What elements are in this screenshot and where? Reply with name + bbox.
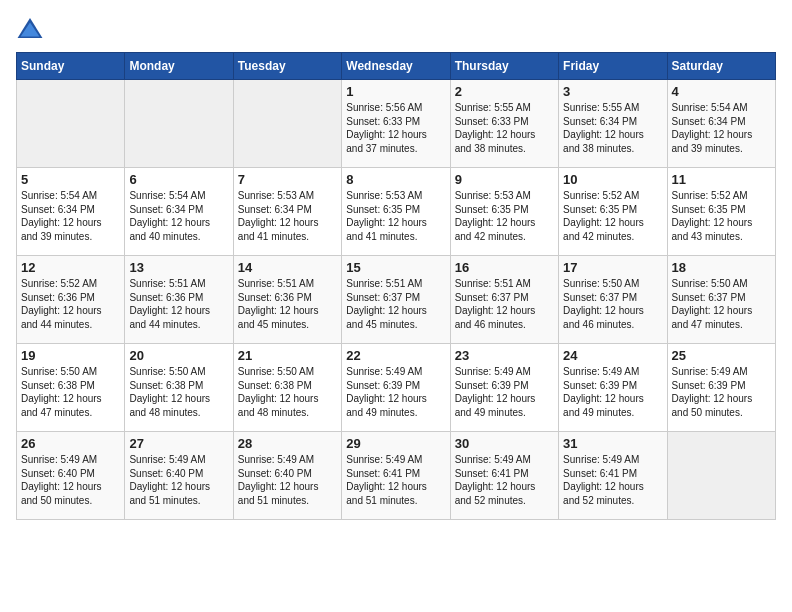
calendar-table: SundayMondayTuesdayWednesdayThursdayFrid… xyxy=(16,52,776,520)
calendar-cell: 18Sunrise: 5:50 AM Sunset: 6:37 PM Dayli… xyxy=(667,256,775,344)
day-number: 16 xyxy=(455,260,554,275)
day-number: 7 xyxy=(238,172,337,187)
day-info: Sunrise: 5:55 AM Sunset: 6:34 PM Dayligh… xyxy=(563,101,662,155)
calendar-week-row: 26Sunrise: 5:49 AM Sunset: 6:40 PM Dayli… xyxy=(17,432,776,520)
day-number: 4 xyxy=(672,84,771,99)
calendar-cell: 7Sunrise: 5:53 AM Sunset: 6:34 PM Daylig… xyxy=(233,168,341,256)
day-info: Sunrise: 5:49 AM Sunset: 6:40 PM Dayligh… xyxy=(21,453,120,507)
calendar-cell xyxy=(17,80,125,168)
calendar-cell: 11Sunrise: 5:52 AM Sunset: 6:35 PM Dayli… xyxy=(667,168,775,256)
day-number: 24 xyxy=(563,348,662,363)
day-info: Sunrise: 5:52 AM Sunset: 6:36 PM Dayligh… xyxy=(21,277,120,331)
day-number: 3 xyxy=(563,84,662,99)
day-number: 22 xyxy=(346,348,445,363)
day-info: Sunrise: 5:54 AM Sunset: 6:34 PM Dayligh… xyxy=(672,101,771,155)
day-info: Sunrise: 5:49 AM Sunset: 6:39 PM Dayligh… xyxy=(455,365,554,419)
header-thursday: Thursday xyxy=(450,53,558,80)
day-number: 26 xyxy=(21,436,120,451)
day-info: Sunrise: 5:49 AM Sunset: 6:40 PM Dayligh… xyxy=(238,453,337,507)
logo-icon xyxy=(16,16,44,40)
day-number: 13 xyxy=(129,260,228,275)
day-number: 31 xyxy=(563,436,662,451)
calendar-cell: 23Sunrise: 5:49 AM Sunset: 6:39 PM Dayli… xyxy=(450,344,558,432)
day-info: Sunrise: 5:49 AM Sunset: 6:40 PM Dayligh… xyxy=(129,453,228,507)
day-info: Sunrise: 5:49 AM Sunset: 6:41 PM Dayligh… xyxy=(563,453,662,507)
day-info: Sunrise: 5:53 AM Sunset: 6:35 PM Dayligh… xyxy=(455,189,554,243)
calendar-cell: 5Sunrise: 5:54 AM Sunset: 6:34 PM Daylig… xyxy=(17,168,125,256)
calendar-cell: 9Sunrise: 5:53 AM Sunset: 6:35 PM Daylig… xyxy=(450,168,558,256)
header-wednesday: Wednesday xyxy=(342,53,450,80)
day-info: Sunrise: 5:49 AM Sunset: 6:41 PM Dayligh… xyxy=(346,453,445,507)
day-number: 11 xyxy=(672,172,771,187)
header-sunday: Sunday xyxy=(17,53,125,80)
calendar-cell: 25Sunrise: 5:49 AM Sunset: 6:39 PM Dayli… xyxy=(667,344,775,432)
day-number: 10 xyxy=(563,172,662,187)
calendar-cell: 20Sunrise: 5:50 AM Sunset: 6:38 PM Dayli… xyxy=(125,344,233,432)
calendar-week-row: 12Sunrise: 5:52 AM Sunset: 6:36 PM Dayli… xyxy=(17,256,776,344)
day-info: Sunrise: 5:50 AM Sunset: 6:38 PM Dayligh… xyxy=(129,365,228,419)
day-info: Sunrise: 5:51 AM Sunset: 6:37 PM Dayligh… xyxy=(346,277,445,331)
page-header xyxy=(16,16,776,40)
day-number: 23 xyxy=(455,348,554,363)
day-info: Sunrise: 5:55 AM Sunset: 6:33 PM Dayligh… xyxy=(455,101,554,155)
day-number: 8 xyxy=(346,172,445,187)
calendar-week-row: 5Sunrise: 5:54 AM Sunset: 6:34 PM Daylig… xyxy=(17,168,776,256)
calendar-cell: 10Sunrise: 5:52 AM Sunset: 6:35 PM Dayli… xyxy=(559,168,667,256)
calendar-cell: 4Sunrise: 5:54 AM Sunset: 6:34 PM Daylig… xyxy=(667,80,775,168)
day-info: Sunrise: 5:51 AM Sunset: 6:36 PM Dayligh… xyxy=(238,277,337,331)
day-info: Sunrise: 5:50 AM Sunset: 6:38 PM Dayligh… xyxy=(238,365,337,419)
calendar-cell: 19Sunrise: 5:50 AM Sunset: 6:38 PM Dayli… xyxy=(17,344,125,432)
day-info: Sunrise: 5:53 AM Sunset: 6:35 PM Dayligh… xyxy=(346,189,445,243)
header-tuesday: Tuesday xyxy=(233,53,341,80)
day-info: Sunrise: 5:53 AM Sunset: 6:34 PM Dayligh… xyxy=(238,189,337,243)
day-info: Sunrise: 5:56 AM Sunset: 6:33 PM Dayligh… xyxy=(346,101,445,155)
day-number: 12 xyxy=(21,260,120,275)
calendar-cell: 12Sunrise: 5:52 AM Sunset: 6:36 PM Dayli… xyxy=(17,256,125,344)
calendar-week-row: 1Sunrise: 5:56 AM Sunset: 6:33 PM Daylig… xyxy=(17,80,776,168)
day-number: 25 xyxy=(672,348,771,363)
day-info: Sunrise: 5:52 AM Sunset: 6:35 PM Dayligh… xyxy=(672,189,771,243)
calendar-cell: 31Sunrise: 5:49 AM Sunset: 6:41 PM Dayli… xyxy=(559,432,667,520)
calendar-cell xyxy=(125,80,233,168)
calendar-cell xyxy=(667,432,775,520)
day-number: 15 xyxy=(346,260,445,275)
calendar-cell xyxy=(233,80,341,168)
calendar-cell: 14Sunrise: 5:51 AM Sunset: 6:36 PM Dayli… xyxy=(233,256,341,344)
calendar-cell: 8Sunrise: 5:53 AM Sunset: 6:35 PM Daylig… xyxy=(342,168,450,256)
calendar-cell: 13Sunrise: 5:51 AM Sunset: 6:36 PM Dayli… xyxy=(125,256,233,344)
day-number: 30 xyxy=(455,436,554,451)
calendar-cell: 1Sunrise: 5:56 AM Sunset: 6:33 PM Daylig… xyxy=(342,80,450,168)
day-number: 20 xyxy=(129,348,228,363)
calendar-cell: 26Sunrise: 5:49 AM Sunset: 6:40 PM Dayli… xyxy=(17,432,125,520)
calendar-cell: 21Sunrise: 5:50 AM Sunset: 6:38 PM Dayli… xyxy=(233,344,341,432)
logo xyxy=(16,16,48,40)
day-info: Sunrise: 5:51 AM Sunset: 6:36 PM Dayligh… xyxy=(129,277,228,331)
header-friday: Friday xyxy=(559,53,667,80)
day-number: 14 xyxy=(238,260,337,275)
day-info: Sunrise: 5:50 AM Sunset: 6:38 PM Dayligh… xyxy=(21,365,120,419)
day-info: Sunrise: 5:49 AM Sunset: 6:39 PM Dayligh… xyxy=(563,365,662,419)
day-info: Sunrise: 5:52 AM Sunset: 6:35 PM Dayligh… xyxy=(563,189,662,243)
calendar-cell: 22Sunrise: 5:49 AM Sunset: 6:39 PM Dayli… xyxy=(342,344,450,432)
calendar-cell: 6Sunrise: 5:54 AM Sunset: 6:34 PM Daylig… xyxy=(125,168,233,256)
day-info: Sunrise: 5:49 AM Sunset: 6:39 PM Dayligh… xyxy=(672,365,771,419)
day-number: 17 xyxy=(563,260,662,275)
calendar-cell: 28Sunrise: 5:49 AM Sunset: 6:40 PM Dayli… xyxy=(233,432,341,520)
day-number: 6 xyxy=(129,172,228,187)
calendar-cell: 29Sunrise: 5:49 AM Sunset: 6:41 PM Dayli… xyxy=(342,432,450,520)
day-number: 19 xyxy=(21,348,120,363)
header-saturday: Saturday xyxy=(667,53,775,80)
day-number: 1 xyxy=(346,84,445,99)
calendar-cell: 15Sunrise: 5:51 AM Sunset: 6:37 PM Dayli… xyxy=(342,256,450,344)
day-info: Sunrise: 5:51 AM Sunset: 6:37 PM Dayligh… xyxy=(455,277,554,331)
day-number: 9 xyxy=(455,172,554,187)
day-number: 29 xyxy=(346,436,445,451)
day-info: Sunrise: 5:54 AM Sunset: 6:34 PM Dayligh… xyxy=(21,189,120,243)
calendar-cell: 17Sunrise: 5:50 AM Sunset: 6:37 PM Dayli… xyxy=(559,256,667,344)
calendar-week-row: 19Sunrise: 5:50 AM Sunset: 6:38 PM Dayli… xyxy=(17,344,776,432)
day-number: 2 xyxy=(455,84,554,99)
day-info: Sunrise: 5:49 AM Sunset: 6:39 PM Dayligh… xyxy=(346,365,445,419)
day-number: 18 xyxy=(672,260,771,275)
calendar-cell: 2Sunrise: 5:55 AM Sunset: 6:33 PM Daylig… xyxy=(450,80,558,168)
calendar-cell: 16Sunrise: 5:51 AM Sunset: 6:37 PM Dayli… xyxy=(450,256,558,344)
